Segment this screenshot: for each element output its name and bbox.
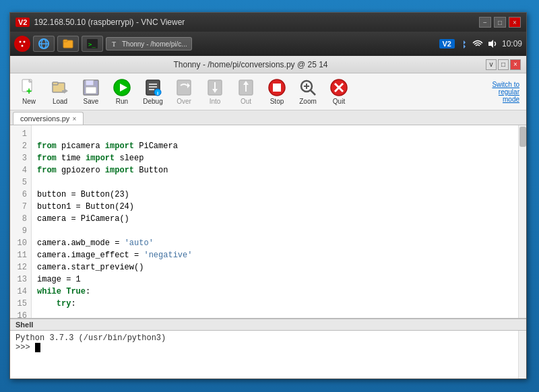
thonny-title: Thonny - /home/pi/conversions.py @ 25 14 — [15, 60, 486, 69]
save-label: Save — [84, 98, 99, 105]
shell-header: Shell — [10, 319, 526, 331]
zoom-icon — [298, 78, 317, 97]
desktop: V2 192.168.50.10 (raspberrypi) - VNC Vie… — [0, 0, 539, 392]
code-line-16 — [37, 310, 513, 318]
load-icon — [51, 78, 69, 97]
quit-icon — [329, 78, 348, 97]
stop-icon — [267, 78, 286, 97]
code-line-9 — [37, 225, 513, 237]
shell-scrollbar[interactable] — [518, 331, 526, 379]
bluetooth-icon — [459, 39, 468, 48]
out-button[interactable]: Out — [231, 76, 261, 107]
vnc-window-controls: − □ × — [479, 17, 521, 28]
editor-shell-container: 12345678910111213141516 from picamera im… — [10, 125, 526, 379]
taskbar-files[interactable] — [57, 36, 79, 52]
code-line-2: from picamera import PiCamera — [37, 140, 513, 152]
thonny-window: >_ T Thonny - /home/pi/c... V2 10:09 — [10, 32, 526, 379]
svg-rect-8 — [63, 40, 67, 42]
vnc-window: V2 192.168.50.10 (raspberrypi) - VNC Vie… — [9, 12, 527, 379]
code-line-1 — [37, 128, 513, 140]
quit-label: Quit — [333, 98, 345, 105]
svg-marker-13 — [488, 40, 493, 48]
out-label: Out — [241, 98, 251, 105]
code-line-5 — [37, 176, 513, 189]
thonny-titlebar: Thonny - /home/pi/conversions.py @ 25 14… — [10, 56, 526, 73]
vnc-titlebar: V2 192.168.50.10 (raspberrypi) - VNC Vie… — [10, 13, 526, 32]
svg-point-3 — [22, 45, 24, 47]
code-line-8: camera = PiCamera() — [37, 213, 513, 225]
svg-rect-18 — [53, 82, 58, 85]
tab-label: conversions.py — [20, 115, 69, 123]
debug-button[interactable]: i Debug — [138, 76, 168, 107]
svg-rect-23 — [86, 87, 96, 94]
scrollbar-thumb[interactable] — [519, 127, 526, 147]
out-icon — [236, 78, 255, 97]
thonny-maximize-button[interactable]: □ — [498, 59, 509, 70]
svg-point-2 — [24, 41, 26, 43]
thonny-window-controls: v □ × — [486, 59, 521, 70]
code-line-4: from gpiozero import Button — [37, 164, 513, 176]
vnc-icon: V2 — [15, 18, 30, 27]
code-line-13: image = 1 — [37, 273, 513, 286]
zoom-button[interactable]: Zoom — [293, 76, 323, 107]
svg-marker-20 — [64, 88, 68, 94]
over-button[interactable]: Over — [169, 76, 199, 107]
code-line-11: camera.image_effect = 'negative' — [37, 249, 513, 261]
clock: 10:09 — [502, 39, 522, 48]
svg-rect-22 — [86, 80, 94, 86]
code-editor[interactable]: from picamera import PiCamera from time … — [32, 125, 518, 318]
into-label: Into — [210, 98, 221, 105]
thonny-toolbar: + New Load Save — [10, 73, 526, 110]
vnc-minimize-button[interactable]: − — [479, 17, 491, 28]
svg-line-43 — [311, 90, 315, 95]
vnc-title: 192.168.50.10 (raspberrypi) - VNC Viewer — [34, 18, 479, 27]
svg-text:i: i — [157, 90, 158, 96]
volume-icon — [487, 39, 498, 48]
svg-rect-32 — [177, 80, 191, 95]
shell-python-info: Python 3.7.3 (/usr/bin/python3) — [15, 333, 513, 343]
rpi-logo[interactable] — [14, 36, 30, 52]
debug-label: Debug — [143, 98, 162, 105]
vnc-badge: V2 — [439, 39, 455, 48]
vnc-close-button[interactable]: × — [509, 17, 521, 28]
svg-text:>_: >_ — [88, 41, 96, 48]
over-label: Over — [177, 98, 191, 105]
code-line-6: button = Button(23) — [37, 189, 513, 201]
shell-area: Shell Python 3.7.3 (/usr/bin/python3) >>… — [10, 318, 526, 379]
debug-icon: i — [144, 78, 162, 97]
taskbar-browser[interactable] — [33, 36, 55, 52]
tab-bar: conversions.py × — [10, 110, 526, 125]
editor-area[interactable]: 12345678910111213141516 from picamera im… — [10, 125, 526, 318]
over-icon — [175, 78, 193, 97]
load-button[interactable]: Load — [45, 76, 75, 107]
shell-content[interactable]: Python 3.7.3 (/usr/bin/python3) >>> — [10, 331, 518, 379]
shell-content-row: Python 3.7.3 (/usr/bin/python3) >>> — [10, 331, 526, 379]
vnc-maximize-button[interactable]: □ — [494, 17, 506, 28]
editor-scrollbar[interactable] — [518, 125, 526, 318]
code-line-3: from time import sleep — [37, 152, 513, 164]
taskbar-thonny[interactable]: T Thonny - /home/pi/c... — [106, 37, 192, 51]
code-line-7: button1 = Button(24) — [37, 201, 513, 213]
thonny-minimize-button[interactable]: v — [486, 59, 497, 70]
tab-close-button[interactable]: × — [72, 115, 76, 123]
svg-rect-41 — [273, 84, 281, 92]
into-button[interactable]: Into — [200, 76, 230, 107]
taskbar-terminal[interactable]: >_ — [82, 36, 103, 52]
code-line-12: camera.start_preview() — [37, 261, 513, 273]
run-icon — [113, 78, 131, 97]
load-label: Load — [53, 98, 67, 105]
switch-mode-button[interactable]: Switch to regular mode — [489, 79, 522, 104]
stop-button[interactable]: Stop — [262, 76, 292, 107]
file-tab[interactable]: conversions.py × — [13, 112, 84, 125]
new-label: New — [22, 98, 36, 105]
thonny-close-button[interactable]: × — [510, 59, 521, 70]
run-button[interactable]: Run — [107, 76, 137, 107]
sys-tray: V2 10:09 — [439, 39, 523, 48]
quit-button[interactable]: Quit — [324, 76, 354, 107]
rpi-taskbar: >_ T Thonny - /home/pi/c... V2 10:09 — [10, 32, 526, 56]
new-button[interactable]: + New — [14, 76, 44, 107]
save-button[interactable]: Save — [76, 76, 106, 107]
shell-cursor — [35, 343, 40, 352]
zoom-label: Zoom — [299, 98, 317, 105]
svg-text:+: + — [26, 86, 32, 96]
